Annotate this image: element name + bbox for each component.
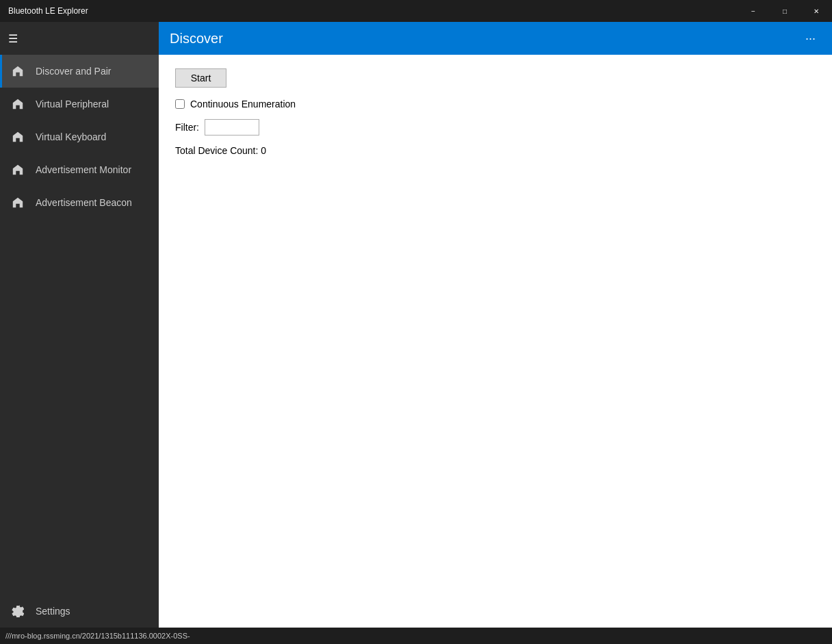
minimize-button[interactable]: − — [738, 0, 769, 22]
sidebar-item-advertisement-beacon[interactable]: Advertisement Beacon — [0, 186, 159, 219]
filter-label: Filter: — [175, 122, 199, 133]
home-icon-5 — [11, 196, 25, 209]
sidebar: ☰ Discover and Pair — [0, 22, 159, 628]
continuous-enumeration-label[interactable]: Continuous Enumeration — [190, 99, 296, 110]
continuous-enumeration-checkbox[interactable] — [175, 99, 185, 109]
maximize-button[interactable]: □ — [769, 0, 801, 22]
active-indicator — [0, 55, 2, 88]
sidebar-item-label: Discover and Pair — [36, 66, 112, 77]
app-container: ☰ Discover and Pair — [0, 22, 832, 628]
filter-input[interactable] — [205, 119, 259, 136]
sidebar-item-discover-and-pair[interactable]: Discover and Pair — [0, 55, 159, 88]
app-title: Bluetooth LE Explorer — [8, 6, 824, 16]
sidebar-item-advertisement-monitor[interactable]: Advertisement Monitor — [0, 153, 159, 186]
close-button[interactable]: ✕ — [801, 0, 832, 22]
home-icon-2 — [11, 97, 25, 111]
home-icon-4 — [11, 163, 25, 177]
sidebar-item-virtual-keyboard[interactable]: Virtual Keyboard — [0, 120, 159, 153]
home-icon-3 — [11, 130, 25, 144]
sidebar-item-virtual-peripheral[interactable]: Virtual Peripheral — [0, 88, 159, 120]
continuous-enumeration-row: Continuous Enumeration — [175, 99, 816, 110]
home-icon — [11, 64, 25, 78]
sidebar-item-label: Virtual Peripheral — [36, 99, 109, 110]
sidebar-hamburger-button[interactable]: ☰ — [0, 22, 159, 55]
status-text: ///mro-blog.rssming.cn/2021/1315b111136.… — [5, 632, 190, 640]
sidebar-nav: Discover and Pair Virtual Peripheral — [0, 55, 159, 595]
start-button[interactable]: Start — [175, 68, 226, 88]
settings-label: Settings — [36, 606, 70, 617]
status-bar: ///mro-blog.rssming.cn/2021/1315b111136.… — [0, 628, 832, 644]
sidebar-item-label: Advertisement Monitor — [36, 164, 131, 175]
title-bar-controls: − □ ✕ — [738, 0, 832, 22]
filter-row: Filter: — [175, 119, 816, 136]
main-content: Discover ··· Start Continuous Enumeratio… — [159, 22, 832, 628]
title-bar: Bluetooth LE Explorer − □ ✕ — [0, 0, 832, 22]
device-count: Total Device Count: 0 — [175, 145, 816, 156]
more-options-button[interactable]: ··· — [800, 29, 821, 49]
sidebar-item-settings[interactable]: Settings — [0, 595, 159, 628]
top-bar: Discover ··· — [159, 22, 832, 55]
content-area: Start Continuous Enumeration Filter: Tot… — [159, 55, 832, 628]
hamburger-icon: ☰ — [8, 32, 18, 45]
page-title: Discover — [170, 31, 800, 47]
gear-icon — [11, 604, 25, 618]
sidebar-item-label: Virtual Keyboard — [36, 131, 106, 142]
sidebar-item-label: Advertisement Beacon — [36, 197, 132, 208]
